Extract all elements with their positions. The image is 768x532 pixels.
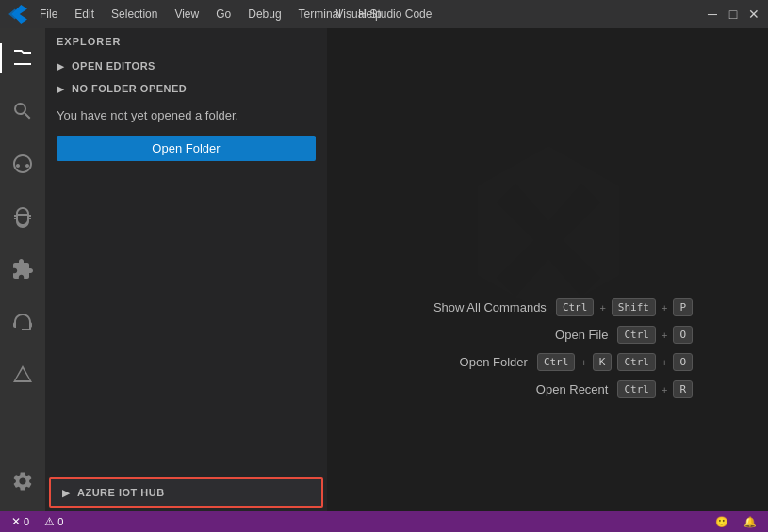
kbd-shift: Shift: [612, 298, 656, 316]
sidebar-spacer: [45, 169, 327, 474]
menu-go[interactable]: Go: [208, 4, 238, 24]
sidebar: Explorer ▶ OPEN EDITORS ▶ NO FOLDER OPEN…: [45, 28, 328, 511]
azure-iot-panel: ▶ AZURE IOT HUB: [49, 477, 323, 508]
azure-iot-header[interactable]: ▶ AZURE IOT HUB: [51, 479, 321, 506]
menu-selection[interactable]: Selection: [104, 4, 165, 24]
titlebar-left: File Edit Selection View Go Debug Termin…: [8, 4, 389, 24]
activity-source-control[interactable]: [0, 141, 45, 186]
bell-icon: 🔔: [743, 516, 757, 528]
activity-bar-top: [0, 36, 45, 397]
minimize-button[interactable]: ─: [706, 8, 719, 21]
activity-extensions[interactable]: [0, 247, 45, 292]
vscode-logo-icon: [8, 4, 28, 24]
titlebar: File Edit Selection View Go Debug Termin…: [0, 0, 768, 28]
titlebar-title: Visual Studio Code: [336, 8, 433, 21]
shortcut-label-open-file: Open File: [555, 328, 608, 342]
menu-file[interactable]: File: [32, 4, 65, 24]
activity-remote[interactable]: [0, 299, 45, 345]
explorer-header: Explorer: [45, 28, 327, 55]
shortcut-label-open-folder: Open Folder: [460, 355, 528, 369]
open-editors-label: OPEN EDITORS: [72, 60, 155, 72]
shortcut-label-open-recent: Open Recent: [536, 382, 609, 396]
statusbar-smiley[interactable]: 🙂: [711, 516, 732, 528]
kbd-ctrl-4: Ctrl: [617, 353, 656, 371]
menu-edit[interactable]: Edit: [67, 4, 102, 24]
azure-iot-chevron: ▶: [58, 485, 74, 500]
no-folder-label: NO FOLDER OPENED: [72, 83, 187, 94]
menu-view[interactable]: View: [167, 4, 206, 24]
kbd-o2: O: [673, 353, 693, 371]
maximize-button[interactable]: □: [727, 8, 740, 21]
warning-icon: ⚠: [44, 515, 55, 528]
open-editors-header[interactable]: ▶ OPEN EDITORS: [45, 55, 327, 77]
main-container: Explorer ▶ OPEN EDITORS ▶ NO FOLDER OPEN…: [0, 28, 768, 511]
no-folder-header[interactable]: ▶ NO FOLDER OPENED: [45, 77, 327, 100]
azure-iot-label: AZURE IOT HUB: [77, 487, 165, 498]
shortcut-label-show-all: Show All Commands: [433, 300, 547, 314]
menu-debug[interactable]: Debug: [240, 4, 288, 24]
kbd-ctrl-2: Ctrl: [617, 326, 656, 344]
kbd-ctrl-3: Ctrl: [537, 353, 576, 371]
warning-count: 0: [57, 516, 63, 527]
kbd-ctrl-5: Ctrl: [617, 380, 656, 398]
statusbar: ✕ 0 ⚠ 0 🙂 🔔: [0, 511, 768, 532]
statusbar-warnings[interactable]: ⚠ 0: [41, 515, 67, 528]
statusbar-bell[interactable]: 🔔: [740, 516, 760, 528]
close-button[interactable]: ✕: [747, 8, 760, 21]
no-folder-text: You have not yet opened a folder.: [57, 107, 316, 124]
shortcut-show-all-commands: Show All Commands Ctrl + Shift + P: [433, 298, 693, 316]
activity-bar-bottom: [0, 459, 45, 511]
statusbar-left: ✕ 0 ⚠ 0: [8, 515, 67, 528]
activity-search[interactable]: [0, 89, 45, 134]
open-editors-chevron: ▶: [53, 58, 68, 73]
kbd-ctrl-1: Ctrl: [556, 298, 595, 316]
error-icon: ✕: [11, 515, 21, 528]
smiley-icon: 🙂: [715, 516, 728, 528]
editor-area: Show All Commands Ctrl + Shift + P Open …: [328, 28, 768, 511]
shortcut-open-file: Open File Ctrl + O: [433, 326, 693, 344]
statusbar-right: 🙂 🔔: [711, 516, 760, 528]
titlebar-controls: ─ □ ✕: [706, 8, 760, 21]
activity-explorer[interactable]: [0, 36, 45, 81]
shortcut-open-recent: Open Recent Ctrl + R: [433, 380, 693, 398]
no-folder-content: You have not yet opened a folder. Open F…: [45, 100, 327, 169]
shortcuts-container: Show All Commands Ctrl + Shift + P Open …: [433, 298, 693, 398]
kbd-k: K: [593, 353, 613, 371]
error-count: 0: [24, 516, 29, 527]
shortcut-open-folder: Open Folder Ctrl + K Ctrl + O: [433, 353, 693, 371]
activity-debug[interactable]: [0, 194, 45, 239]
kbd-p: P: [673, 298, 693, 316]
open-folder-button[interactable]: Open Folder: [57, 136, 316, 161]
kbd-r: R: [673, 380, 693, 398]
activity-azure[interactable]: [0, 352, 45, 397]
activity-bar: [0, 28, 45, 511]
open-editors-section: ▶ OPEN EDITORS: [45, 55, 327, 77]
no-folder-chevron: ▶: [53, 81, 68, 96]
kbd-o: O: [673, 326, 693, 344]
no-folder-section: ▶ NO FOLDER OPENED You have not yet open…: [45, 77, 327, 169]
activity-settings[interactable]: [0, 459, 45, 504]
statusbar-errors[interactable]: ✕ 0: [8, 515, 33, 528]
